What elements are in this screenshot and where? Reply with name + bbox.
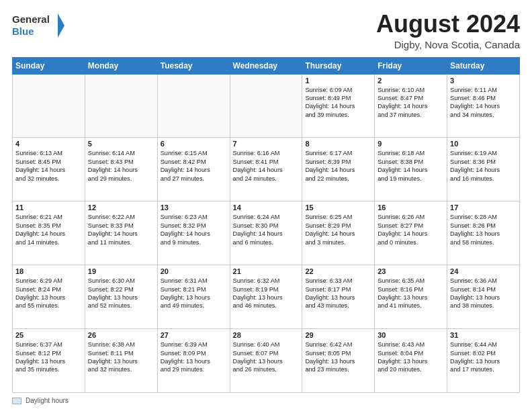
day-info: Sunrise: 6:09 AM Sunset: 8:49 PM Dayligh…	[305, 86, 371, 120]
calendar-cell: 22Sunrise: 6:33 AM Sunset: 8:17 PM Dayli…	[302, 265, 375, 329]
day-number: 25	[15, 331, 82, 339]
day-info: Sunrise: 6:13 AM Sunset: 8:45 PM Dayligh…	[15, 149, 82, 183]
day-number: 20	[161, 267, 227, 275]
calendar-cell: 19Sunrise: 6:30 AM Sunset: 8:22 PM Dayli…	[85, 265, 157, 329]
footer: Daylight hours	[12, 397, 520, 404]
header: General Blue August 2024 Digby, Nova Sco…	[12, 11, 520, 50]
day-info: Sunrise: 6:26 AM Sunset: 8:27 PM Dayligh…	[378, 213, 444, 246]
day-number: 29	[305, 331, 371, 339]
day-number: 23	[378, 267, 444, 275]
week-row-3: 18Sunrise: 6:29 AM Sunset: 8:24 PM Dayli…	[13, 265, 520, 329]
calendar-cell: 1Sunrise: 6:09 AM Sunset: 8:49 PM Daylig…	[302, 74, 375, 138]
day-info: Sunrise: 6:44 AM Sunset: 8:02 PM Dayligh…	[450, 340, 517, 374]
week-row-1: 4Sunrise: 6:13 AM Sunset: 8:45 PM Daylig…	[13, 138, 520, 201]
day-number: 4	[15, 140, 82, 148]
day-info: Sunrise: 6:28 AM Sunset: 8:26 PM Dayligh…	[450, 213, 517, 246]
week-row-4: 25Sunrise: 6:37 AM Sunset: 8:12 PM Dayli…	[13, 329, 520, 393]
day-info: Sunrise: 6:23 AM Sunset: 8:32 PM Dayligh…	[161, 213, 227, 246]
day-number: 21	[233, 267, 300, 275]
calendar-cell: 9Sunrise: 6:18 AM Sunset: 8:38 PM Daylig…	[375, 138, 447, 201]
calendar-cell	[157, 74, 230, 138]
day-info: Sunrise: 6:25 AM Sunset: 8:29 PM Dayligh…	[305, 213, 371, 246]
calendar-cell: 11Sunrise: 6:21 AM Sunset: 8:35 PM Dayli…	[13, 201, 85, 265]
day-number: 14	[233, 203, 300, 212]
calendar-cell: 29Sunrise: 6:42 AM Sunset: 8:05 PM Dayli…	[302, 329, 375, 393]
day-number: 28	[233, 331, 300, 339]
calendar-cell: 26Sunrise: 6:38 AM Sunset: 8:11 PM Dayli…	[85, 329, 157, 393]
day-info: Sunrise: 6:35 AM Sunset: 8:16 PM Dayligh…	[378, 277, 444, 310]
day-info: Sunrise: 6:19 AM Sunset: 8:36 PM Dayligh…	[450, 149, 517, 183]
day-info: Sunrise: 6:38 AM Sunset: 8:11 PM Dayligh…	[88, 340, 154, 374]
calendar-cell: 24Sunrise: 6:36 AM Sunset: 8:14 PM Dayli…	[447, 265, 520, 329]
day-number: 11	[15, 203, 82, 212]
calendar-cell: 18Sunrise: 6:29 AM Sunset: 8:24 PM Dayli…	[13, 265, 85, 329]
calendar-cell: 4Sunrise: 6:13 AM Sunset: 8:45 PM Daylig…	[13, 138, 85, 201]
weekday-header-monday: Monday	[85, 57, 157, 74]
day-number: 22	[305, 267, 371, 275]
day-info: Sunrise: 6:16 AM Sunset: 8:41 PM Dayligh…	[233, 149, 300, 183]
daylight-legend-box	[12, 398, 21, 404]
calendar-cell	[230, 74, 302, 138]
day-number: 30	[378, 331, 444, 339]
day-number: 15	[305, 203, 371, 212]
weekday-header-friday: Friday	[375, 57, 447, 74]
calendar-cell: 12Sunrise: 6:22 AM Sunset: 8:33 PM Dayli…	[85, 201, 157, 265]
svg-marker-2	[58, 13, 64, 38]
calendar-cell: 20Sunrise: 6:31 AM Sunset: 8:21 PM Dayli…	[157, 265, 230, 329]
calendar-cell: 5Sunrise: 6:14 AM Sunset: 8:43 PM Daylig…	[85, 138, 157, 201]
calendar-cell: 28Sunrise: 6:40 AM Sunset: 8:07 PM Dayli…	[230, 329, 302, 393]
day-number: 1	[305, 77, 371, 85]
month-title: August 2024	[376, 11, 520, 38]
day-info: Sunrise: 6:37 AM Sunset: 8:12 PM Dayligh…	[15, 340, 82, 374]
svg-text:General: General	[12, 13, 50, 25]
calendar-cell: 3Sunrise: 6:11 AM Sunset: 8:46 PM Daylig…	[447, 74, 520, 138]
calendar-cell: 14Sunrise: 6:24 AM Sunset: 8:30 PM Dayli…	[230, 201, 302, 265]
weekday-header-thursday: Thursday	[302, 57, 375, 74]
calendar-cell: 10Sunrise: 6:19 AM Sunset: 8:36 PM Dayli…	[447, 138, 520, 201]
day-number: 6	[161, 140, 227, 148]
calendar-cell: 21Sunrise: 6:32 AM Sunset: 8:19 PM Dayli…	[230, 265, 302, 329]
day-number: 12	[88, 203, 154, 212]
calendar-cell: 25Sunrise: 6:37 AM Sunset: 8:12 PM Dayli…	[13, 329, 85, 393]
day-number: 9	[378, 140, 444, 148]
calendar-cell: 8Sunrise: 6:17 AM Sunset: 8:39 PM Daylig…	[302, 138, 375, 201]
logo: General Blue	[12, 11, 66, 40]
calendar-cell	[13, 74, 85, 138]
day-number: 16	[378, 203, 444, 212]
calendar-cell: 30Sunrise: 6:43 AM Sunset: 8:04 PM Dayli…	[375, 329, 447, 393]
day-number: 24	[450, 267, 517, 275]
day-number: 26	[88, 331, 154, 339]
day-info: Sunrise: 6:30 AM Sunset: 8:22 PM Dayligh…	[88, 277, 154, 310]
day-info: Sunrise: 6:39 AM Sunset: 8:09 PM Dayligh…	[161, 340, 227, 374]
weekday-header-saturday: Saturday	[447, 57, 520, 74]
calendar-cell: 31Sunrise: 6:44 AM Sunset: 8:02 PM Dayli…	[447, 329, 520, 393]
day-number: 18	[15, 267, 82, 275]
day-number: 2	[378, 77, 444, 85]
day-info: Sunrise: 6:43 AM Sunset: 8:04 PM Dayligh…	[378, 340, 444, 374]
week-row-2: 11Sunrise: 6:21 AM Sunset: 8:35 PM Dayli…	[13, 201, 520, 265]
day-number: 5	[88, 140, 154, 148]
day-number: 27	[161, 331, 227, 339]
calendar-cell: 6Sunrise: 6:15 AM Sunset: 8:42 PM Daylig…	[157, 138, 230, 201]
calendar-cell: 23Sunrise: 6:35 AM Sunset: 8:16 PM Dayli…	[375, 265, 447, 329]
day-info: Sunrise: 6:32 AM Sunset: 8:19 PM Dayligh…	[233, 277, 300, 310]
page: General Blue August 2024 Digby, Nova Sco…	[0, 0, 532, 411]
day-info: Sunrise: 6:40 AM Sunset: 8:07 PM Dayligh…	[233, 340, 300, 374]
day-number: 31	[450, 331, 517, 339]
weekday-header-tuesday: Tuesday	[157, 57, 230, 74]
day-number: 7	[233, 140, 300, 148]
calendar-cell: 17Sunrise: 6:28 AM Sunset: 8:26 PM Dayli…	[447, 201, 520, 265]
day-info: Sunrise: 6:11 AM Sunset: 8:46 PM Dayligh…	[450, 86, 517, 120]
day-info: Sunrise: 6:15 AM Sunset: 8:42 PM Dayligh…	[161, 149, 227, 183]
day-info: Sunrise: 6:24 AM Sunset: 8:30 PM Dayligh…	[233, 213, 300, 246]
logo-svg: General Blue	[12, 11, 66, 40]
svg-text:Blue: Blue	[12, 26, 34, 37]
day-info: Sunrise: 6:29 AM Sunset: 8:24 PM Dayligh…	[15, 277, 82, 310]
day-info: Sunrise: 6:22 AM Sunset: 8:33 PM Dayligh…	[88, 213, 154, 246]
day-number: 8	[305, 140, 371, 148]
calendar-cell: 16Sunrise: 6:26 AM Sunset: 8:27 PM Dayli…	[375, 201, 447, 265]
location: Digby, Nova Scotia, Canada	[376, 39, 520, 50]
day-info: Sunrise: 6:31 AM Sunset: 8:21 PM Dayligh…	[161, 277, 227, 310]
day-info: Sunrise: 6:14 AM Sunset: 8:43 PM Dayligh…	[88, 149, 154, 183]
day-info: Sunrise: 6:21 AM Sunset: 8:35 PM Dayligh…	[15, 213, 82, 246]
